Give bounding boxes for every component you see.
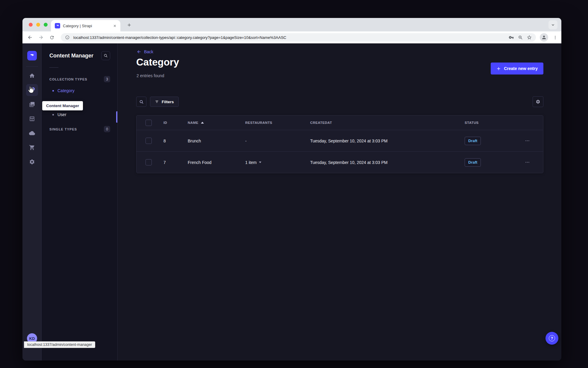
traffic-lights <box>29 23 48 27</box>
cell-createdat: Tuesday, September 10, 2024 at 3:03 PM <box>304 139 458 143</box>
strapi-logo[interactable] <box>27 51 37 60</box>
star-icon[interactable] <box>526 34 532 40</box>
more-actions-icon[interactable] <box>525 160 530 165</box>
table-search-button[interactable] <box>136 97 146 107</box>
tab-close-icon[interactable] <box>112 23 117 28</box>
back-link[interactable]: Back <box>137 49 153 54</box>
single-types-count-badge: 0 <box>104 126 110 132</box>
question-mark-icon: ? <box>549 335 555 341</box>
home-icon[interactable] <box>26 70 38 82</box>
close-window-button[interactable] <box>29 23 33 27</box>
row-checkbox[interactable] <box>146 138 152 144</box>
subnav-divider <box>49 67 58 68</box>
browser-toolbar: localhost:1337/admin/content-manager/col… <box>22 31 561 43</box>
marketplace-icon[interactable] <box>26 142 38 153</box>
minimize-window-button[interactable] <box>36 23 40 27</box>
rail-divider <box>26 66 38 67</box>
content-type-builder-icon[interactable] <box>26 113 38 125</box>
table-row[interactable]: 7 French Food 1 item Tuesday, September … <box>137 151 543 173</box>
new-tab-button[interactable] <box>125 21 133 28</box>
create-new-entry-button[interactable]: Create new entry <box>491 63 543 74</box>
subnav-title: Content Manager <box>49 53 93 59</box>
back-icon[interactable] <box>26 33 34 42</box>
status-badge: Draft <box>465 137 481 145</box>
cell-createdat: Tuesday, September 10, 2024 at 3:03 PM <box>304 160 458 165</box>
cell-name: Brunch <box>181 139 239 143</box>
help-button[interactable]: ? <box>545 332 558 345</box>
entries-table: ID NAME RESTAURANTS CREATEDAT STATUS 8 B… <box>136 115 543 173</box>
url-bar[interactable]: localhost:1337/admin/content-manager/col… <box>61 33 536 42</box>
cell-restaurants[interactable]: 1 item <box>239 160 304 165</box>
more-actions-icon[interactable] <box>525 138 530 143</box>
content-manager-subnav: Content Manager COLLECTION TYPES 3 Categ… <box>42 43 118 361</box>
column-header-id[interactable]: ID <box>157 121 181 124</box>
tab-title: Category | Strapi <box>63 24 109 28</box>
subnav-search-button[interactable] <box>101 51 110 60</box>
entries-count: 2 entries found <box>137 73 164 78</box>
media-library-icon[interactable] <box>26 98 38 110</box>
subnav-item-user[interactable]: User <box>49 109 110 121</box>
plus-icon <box>496 66 501 71</box>
profile-icon[interactable] <box>540 33 548 42</box>
sort-ascending-icon <box>201 122 204 124</box>
collection-types-label: COLLECTION TYPES <box>49 77 87 81</box>
reload-icon[interactable] <box>48 33 56 42</box>
browser-window: Category | Strapi localhost:1337/admin/c… <box>22 18 561 361</box>
cloud-icon[interactable] <box>26 127 38 139</box>
main-panel: Back Category 2 entries found Create new… <box>118 43 561 361</box>
browser-tab[interactable]: Category | Strapi <box>51 20 120 31</box>
view-settings-button[interactable] <box>533 96 543 107</box>
url-text: localhost:1337/admin/content-manager/col… <box>73 35 505 40</box>
bullet-icon <box>52 114 54 115</box>
cell-status: Draft <box>458 137 518 145</box>
row-actions[interactable] <box>518 138 543 143</box>
row-checkbox[interactable] <box>146 159 152 165</box>
cell-status: Draft <box>458 158 518 167</box>
strapi-favicon-icon <box>55 23 60 28</box>
kebab-menu-icon[interactable] <box>551 33 559 42</box>
tab-strip: Category | Strapi <box>22 18 561 31</box>
tab-search-chevron-icon[interactable] <box>548 20 557 29</box>
column-header-name[interactable]: NAME <box>181 121 239 124</box>
settings-icon[interactable] <box>26 156 38 168</box>
key-icon[interactable] <box>508 34 514 40</box>
page-title: Category <box>136 57 179 68</box>
forward-icon[interactable] <box>37 33 45 42</box>
collection-types-count-badge: 3 <box>104 76 110 82</box>
bullet-icon <box>52 90 54 92</box>
row-actions[interactable] <box>518 160 543 165</box>
zoom-window-button[interactable] <box>44 23 48 27</box>
cell-restaurants: - <box>239 139 304 143</box>
column-header-restaurants[interactable]: RESTAURANTS <box>239 121 304 124</box>
subnav-item-category[interactable]: Category <box>49 85 110 97</box>
cell-id: 7 <box>157 160 181 165</box>
hand-cursor-icon <box>27 86 34 94</box>
strapi-app: KD Content Manager COLLECTION TYPES 3 Ca… <box>22 43 561 361</box>
link-status-bubble: localhost:1337/admin/content-manager <box>24 341 95 348</box>
status-badge: Draft <box>465 158 481 167</box>
cell-id: 8 <box>157 139 181 143</box>
zoom-icon[interactable] <box>517 34 523 40</box>
chevron-down-icon <box>259 162 261 163</box>
single-types-label: SINGLE TYPES <box>49 127 77 131</box>
select-all-checkbox[interactable] <box>146 120 152 126</box>
nav-tooltip: Content Manager <box>42 101 83 110</box>
info-icon[interactable] <box>64 34 70 40</box>
column-header-status[interactable]: STATUS <box>458 121 518 124</box>
cell-name: French Food <box>181 160 239 165</box>
active-item-indicator <box>116 111 117 123</box>
table-row[interactable]: 8 Brunch - Tuesday, September 10, 2024 a… <box>137 130 543 151</box>
column-header-createdat[interactable]: CREATEDAT <box>304 121 458 124</box>
table-header-row: ID NAME RESTAURANTS CREATEDAT STATUS <box>137 115 543 130</box>
arrow-left-icon <box>137 49 141 54</box>
filter-icon <box>155 100 159 104</box>
filters-button[interactable]: Filters <box>150 97 179 107</box>
